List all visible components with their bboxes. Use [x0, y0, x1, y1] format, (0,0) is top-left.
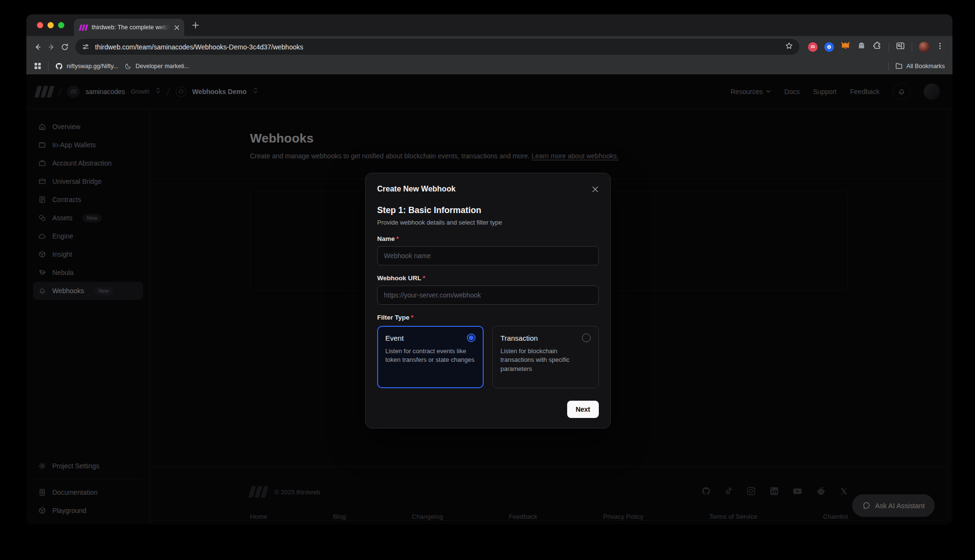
required-mark: * — [411, 314, 413, 321]
next-button[interactable]: Next — [567, 401, 599, 418]
step-title: Step 1: Basic Information — [377, 205, 599, 215]
name-label: Name* — [377, 235, 599, 242]
tab-title: thirdweb: The complete web3 — [92, 24, 170, 31]
window-controls — [26, 22, 74, 28]
page-viewport: / saminacodes Growth / Webhooks Demo Re — [26, 74, 952, 524]
modal-title: Create New Webhook — [377, 185, 455, 193]
radio-selected-icon[interactable] — [467, 334, 476, 342]
url-label: Webhook URL* — [377, 274, 599, 282]
reload-icon[interactable] — [58, 40, 71, 54]
tab-close-icon[interactable] — [174, 25, 179, 30]
required-mark: * — [423, 274, 425, 282]
browser-profile-avatar[interactable] — [919, 42, 929, 52]
thirdweb-favicon — [80, 24, 87, 31]
phantom-icon[interactable] — [857, 41, 866, 52]
radio-unselected-icon[interactable] — [582, 334, 591, 342]
bookmark-star-icon[interactable] — [785, 42, 793, 52]
close-window-button[interactable] — [37, 22, 43, 28]
side-panel-search-icon[interactable] — [896, 41, 905, 52]
step-subtitle: Provide webhook details and select filte… — [377, 219, 599, 226]
new-tab-button[interactable] — [192, 22, 199, 29]
browser-window: thirdweb: The complete web3 thirdweb.com… — [26, 14, 952, 524]
filter-option-transaction[interactable]: Transaction Listen for blockchain transa… — [492, 326, 599, 388]
extension-blue-icon[interactable] — [824, 42, 834, 52]
filter-option-event[interactable]: Event Listen for contract events like to… — [377, 326, 484, 388]
all-bookmarks-button[interactable]: All Bookmarks — [895, 62, 945, 70]
webhook-url-input[interactable] — [377, 286, 599, 305]
site-controls-icon[interactable] — [82, 43, 90, 51]
create-webhook-modal: Create New Webhook Step 1: Basic Informa… — [365, 173, 611, 429]
extensions-area — [804, 41, 948, 52]
forward-icon[interactable] — [45, 40, 58, 54]
required-mark: * — [396, 235, 399, 242]
webhook-name-input[interactable] — [377, 246, 599, 265]
apps-grid-icon[interactable] — [34, 62, 41, 70]
github-icon — [55, 62, 63, 70]
browser-menu-icon[interactable] — [936, 42, 944, 52]
extension-red-icon[interactable] — [808, 42, 818, 52]
filter-type-label: Filter Type* — [377, 314, 599, 321]
browser-toolbar: thirdweb.com/team/saminacodes/Webhooks-D… — [26, 36, 952, 58]
bookmark-item[interactable]: niftyswap.gg/Nifty... — [55, 62, 118, 70]
toolbar-separator — [912, 43, 912, 51]
url-text[interactable]: thirdweb.com/team/saminacodes/Webhooks-D… — [95, 43, 303, 51]
tab-strip: thirdweb: The complete web3 — [26, 14, 952, 36]
back-icon[interactable] — [31, 40, 45, 54]
bookmarks-separator — [888, 62, 889, 71]
minimize-window-button[interactable] — [48, 22, 54, 28]
toolbar-separator — [889, 43, 889, 51]
fullscreen-window-button[interactable] — [58, 22, 64, 28]
close-icon[interactable] — [592, 186, 599, 193]
bookmarks-bar: niftyswap.gg/Nifty... Developer marketi.… — [26, 58, 952, 74]
bookmark-item[interactable]: Developer marketi... — [125, 63, 189, 70]
metamask-icon[interactable] — [841, 41, 850, 52]
extensions-puzzle-icon[interactable] — [873, 41, 882, 52]
url-bar[interactable]: thirdweb.com/team/saminacodes/Webhooks-D… — [75, 39, 799, 55]
bookmarks-separator — [48, 62, 48, 71]
folder-icon — [895, 62, 903, 70]
browser-tab[interactable]: thirdweb: The complete web3 — [74, 19, 184, 36]
moon-icon — [125, 63, 131, 70]
